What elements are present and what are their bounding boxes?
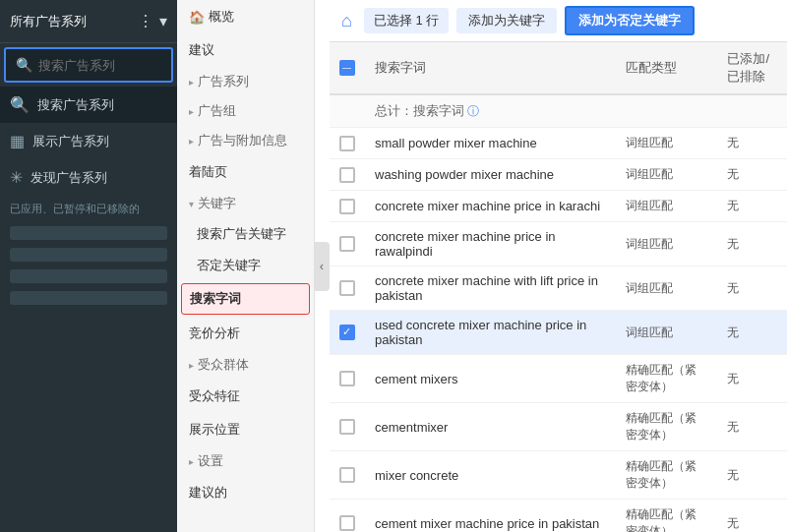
mid-nav-keywords[interactable]: ▾ 关键字	[177, 189, 314, 218]
sidebar-title: 所有广告系列	[10, 13, 87, 30]
keyword-cell: cementmixer	[365, 403, 616, 451]
sidebar-blurred-3	[10, 269, 167, 283]
arrow-icon: ▸	[189, 77, 194, 88]
match-type-cell: 词组匹配	[616, 191, 717, 222]
keyword-table: 搜索字词 匹配类型 已添加/已排除 总计：搜索字词 ⓘ	[330, 42, 787, 532]
table-row: cement mixers精确匹配（紧密变体）无	[330, 355, 787, 403]
selected-count-label: 已选择 1 行	[364, 8, 449, 33]
added-cell: 无	[717, 311, 787, 355]
added-cell: 无	[717, 191, 787, 222]
row-checkbox[interactable]	[339, 467, 355, 483]
match-type-cell: 词组匹配	[616, 128, 717, 159]
add-negative-keyword-button[interactable]: 添加为否定关键字	[565, 6, 695, 35]
row-checkbox[interactable]	[339, 280, 355, 296]
mid-nav-suggestions[interactable]: 建议	[177, 33, 314, 67]
table-row: concrete mixer machine price in karachi词…	[330, 191, 787, 222]
keyword-cell: concrete mixer machine with lift price i…	[365, 266, 616, 311]
match-type-cell: 词组匹配	[616, 311, 717, 355]
match-type-cell: 词组匹配	[616, 222, 717, 266]
sidebar-blurred-1	[10, 226, 167, 240]
info-icon[interactable]: ⓘ	[467, 104, 479, 118]
row-checkbox[interactable]	[339, 236, 355, 252]
arrow-icon: ▸	[189, 106, 194, 117]
arrow-icon: ▸	[189, 456, 194, 467]
added-cell: 无	[717, 500, 787, 533]
mid-nav-overview[interactable]: 🏠 概览	[177, 0, 314, 33]
mid-nav-landing[interactable]: 着陆页	[177, 155, 314, 189]
col-header-match-type: 匹配类型	[616, 42, 717, 94]
keyword-cell: concrete mixer machine price in rawalpin…	[365, 222, 616, 266]
mid-nav-placements[interactable]: 展示位置	[177, 413, 314, 446]
sidebar-item-display-campaigns[interactable]: ▦ 展示广告系列	[0, 123, 177, 159]
mid-nav-ads-info[interactable]: ▸ 广告与附加信息	[177, 126, 314, 155]
match-type-cell: 精确匹配（紧密变体）	[616, 451, 717, 500]
match-type-cell: 精确匹配（紧密变体）	[616, 403, 717, 451]
table-row: mixer concrete精确匹配（紧密变体）无	[330, 451, 787, 500]
sidebar-item-search-campaigns[interactable]: 🔍 搜索广告系列	[0, 87, 177, 123]
col-header-added: 已添加/已排除	[717, 42, 787, 94]
mid-nav-settings[interactable]: ▸ 设置	[177, 446, 314, 476]
sidebar-blurred-2	[10, 248, 167, 262]
match-type-cell: 词组匹配	[616, 159, 717, 191]
home-button[interactable]: ⌂	[341, 11, 352, 31]
arrow-icon: ▸	[189, 136, 194, 147]
mid-nav-campaigns[interactable]: ▸ 广告系列	[177, 67, 314, 96]
action-bar: ⌂ 已选择 1 行 添加为关键字 添加为否定关键字	[330, 0, 787, 42]
select-all-checkbox[interactable]	[339, 60, 355, 76]
mid-nav-audience-char[interactable]: 受众特征	[177, 380, 314, 413]
row-checkbox[interactable]	[339, 515, 355, 531]
arrow-icon: ▸	[189, 360, 194, 371]
sidebar-search-row: 🔍	[4, 47, 173, 83]
add-keyword-button[interactable]: 添加为关键字	[456, 8, 557, 33]
mid-nav-adgroups[interactable]: ▸ 广告组	[177, 96, 314, 126]
display-campaigns-icon: ▦	[10, 132, 25, 150]
row-checkbox[interactable]	[339, 371, 355, 386]
keyword-cell: cement mixer machine price in pakistan	[365, 500, 616, 533]
table-row: concrete mixer machine price in rawalpin…	[330, 222, 787, 266]
keyword-cell: concrete mixer machine price in karachi	[365, 191, 616, 222]
mid-nav-search-terms[interactable]: 搜索字词	[181, 283, 310, 315]
search-icon: 🔍	[16, 57, 32, 73]
match-type-cell: 词组匹配	[616, 266, 717, 311]
table-header-row: 搜索字词 匹配类型 已添加/已排除	[330, 42, 787, 94]
col-header-keyword: 搜索字词	[365, 42, 616, 94]
keyword-cell: mixer concrete	[365, 451, 616, 500]
discovery-campaigns-icon: ✳	[10, 168, 23, 187]
table-row: used concrete mixer machine price in pak…	[330, 311, 787, 355]
table-row: washing powder mixer machine词组匹配无	[330, 159, 787, 191]
mid-nav-recommended[interactable]: 建议的	[177, 476, 314, 509]
sidebar-blurred-4	[10, 291, 167, 305]
sidebar: 所有广告系列 ⋮ ▾ 🔍 🔍 搜索广告系列 ▦ 展示广告系列 ✳ 发现广告系列 …	[0, 0, 177, 532]
mid-nav-negative-keywords[interactable]: 否定关键字	[177, 250, 314, 281]
added-cell: 无	[717, 355, 787, 403]
row-checkbox[interactable]	[339, 325, 355, 340]
more-icon[interactable]: ⋮	[138, 12, 153, 30]
summary-row: 总计：搜索字词 ⓘ	[330, 94, 787, 128]
keyword-cell: small powder mixer machine	[365, 128, 616, 159]
row-checkbox[interactable]	[339, 199, 355, 214]
match-type-cell: 精确匹配（紧密变体）	[616, 355, 717, 403]
mid-nav-audience[interactable]: ▸ 受众群体	[177, 350, 314, 380]
sidebar-item-discovery-campaigns[interactable]: ✳ 发现广告系列	[0, 159, 177, 196]
row-checkbox[interactable]	[339, 136, 355, 151]
sidebar-item-label: 展示广告系列	[32, 133, 109, 150]
collapse-nav-button[interactable]: ‹	[314, 242, 330, 291]
added-cell: 无	[717, 222, 787, 266]
sidebar-item-label: 发现广告系列	[30, 169, 107, 187]
row-checkbox[interactable]	[339, 167, 355, 183]
mid-nav-search-keywords[interactable]: 搜索广告关键字	[177, 218, 314, 250]
added-cell: 无	[717, 159, 787, 191]
col-header-checkbox	[330, 42, 365, 94]
table-row: cement mixer machine price in pakistan精确…	[330, 500, 787, 533]
row-checkbox[interactable]	[339, 419, 355, 435]
keyword-cell: washing powder mixer machine	[365, 159, 616, 191]
search-input[interactable]	[38, 58, 161, 73]
sidebar-item-label: 搜索广告系列	[37, 96, 114, 114]
chevron-down-icon[interactable]: ▾	[159, 12, 167, 30]
added-cell: 无	[717, 128, 787, 159]
mid-nav-bid-analysis[interactable]: 竞价分析	[177, 317, 314, 350]
keyword-table-container: 搜索字词 匹配类型 已添加/已排除 总计：搜索字词 ⓘ	[330, 42, 787, 532]
added-cell: 无	[717, 403, 787, 451]
sidebar-section-label: 已应用、已暂停和已移除的	[0, 196, 177, 222]
mid-nav: 🏠 概览 建议 ▸ 广告系列 ▸ 广告组 ▸ 广告与附加信息 着陆页 ▾ 关键字…	[177, 0, 315, 532]
